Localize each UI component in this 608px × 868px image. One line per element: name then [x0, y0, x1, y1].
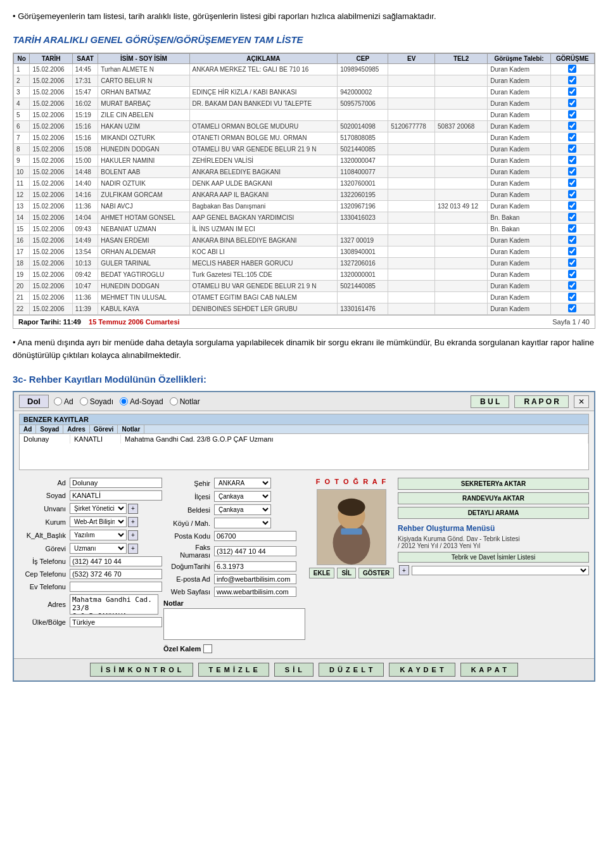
- row-checkbox-10[interactable]: [568, 179, 576, 187]
- cell-8-row-14: Bn. Bakan: [488, 223, 550, 234]
- label-is-tel: İş Telefonu: [19, 558, 70, 565]
- label-ev-tel: Ev Telefonu: [19, 583, 70, 590]
- detayli-arama-button[interactable]: DETAYLI ARAMA: [398, 507, 589, 519]
- sil-foto-button[interactable]: SİL: [337, 568, 356, 578]
- notlar-textarea[interactable]: [163, 608, 305, 640]
- bottom-btn-düzelt[interactable]: D Ü Z E L T: [319, 663, 384, 677]
- input-eposta[interactable]: [214, 574, 296, 584]
- row-checkbox-12[interactable]: [568, 201, 576, 210]
- sekretarya-aktar-button[interactable]: SEKRETERYa AKTAR: [398, 478, 589, 490]
- row-checkbox-3[interactable]: [568, 99, 576, 107]
- plus-unvani[interactable]: +: [128, 504, 138, 514]
- row-checkbox-20[interactable]: [568, 293, 576, 301]
- row-checkbox-13[interactable]: [568, 213, 576, 221]
- bottom-btn-temi̇zle[interactable]: T E M İ Z L E: [198, 663, 269, 677]
- cell-1-row-6: 15.02.2006: [30, 132, 72, 143]
- input-cep-tel[interactable]: [70, 569, 162, 579]
- plus-kalt[interactable]: +: [128, 530, 138, 540]
- row-checkbox-18[interactable]: [568, 270, 576, 278]
- tebrik-listesi-button[interactable]: Tebrik ve Davet İsimler Listesi: [398, 552, 589, 563]
- input-posta[interactable]: [214, 531, 296, 541]
- row-checkbox-21[interactable]: [568, 304, 576, 312]
- field-row-koy: Köyü / Mah.: [163, 518, 305, 528]
- table-header-row: NoTARİHSAATİSİM - SOY İSİMAÇIKLAMACEPEVT…: [14, 53, 595, 63]
- ozel-kalem-checkbox[interactable]: [203, 644, 212, 653]
- row-checkbox-9[interactable]: [568, 167, 576, 176]
- row-checkbox-5[interactable]: [568, 122, 576, 130]
- row-checkbox-1[interactable]: [568, 76, 576, 84]
- cell-7-row-13: [435, 212, 488, 223]
- cell-1-row-12: 15.02.2006: [30, 200, 72, 212]
- tebrik-select[interactable]: [412, 566, 589, 575]
- randevuya-aktar-button[interactable]: RANDEVUYa AKTAR: [398, 492, 589, 504]
- bottom-btn-kaydet[interactable]: K A Y D E T: [389, 663, 455, 677]
- select-gorevi[interactable]: Uzmanı: [70, 543, 127, 554]
- dol-button[interactable]: Dol: [19, 395, 49, 408]
- input-dogum[interactable]: [214, 561, 296, 571]
- select-ilce[interactable]: Çankaya: [214, 491, 271, 502]
- cell-0-row-2: 3: [14, 86, 30, 98]
- ekle-foto-button[interactable]: EKLE: [309, 568, 335, 578]
- close-button[interactable]: ✕: [574, 395, 589, 408]
- input-ad[interactable]: [70, 478, 162, 488]
- cell-2-row-21: 11:39: [72, 303, 98, 314]
- select-koy[interactable]: [214, 518, 271, 528]
- input-is-tel[interactable]: [70, 556, 162, 566]
- cell-3-row-15: HASAN ERDEMI: [98, 234, 189, 246]
- cell-3-row-3: MURAT BARBAÇ: [98, 98, 189, 109]
- row-checkbox-6[interactable]: [568, 133, 576, 141]
- rapor-button[interactable]: R A P O R: [514, 395, 569, 408]
- select-belde[interactable]: Çankaya: [214, 504, 271, 515]
- radio-notlar[interactable]: [170, 397, 178, 405]
- label-adres: Adres: [19, 601, 70, 608]
- select-kurum[interactable]: Web-Art Bilişim: [70, 516, 127, 527]
- goster-foto-button[interactable]: GÖSTER: [358, 568, 394, 578]
- bottom-btn-si̇l[interactable]: S İ L: [274, 663, 314, 677]
- bottom-btn-i̇si̇mkontrol[interactable]: İ S İ M K O N T R O L: [90, 663, 193, 677]
- ozel-kalem-label: Özel Kalem: [163, 645, 201, 653]
- radio-adsoyad-item: Ad-Soyad: [120, 397, 163, 406]
- cell-8-row-2: Duran Kadem: [488, 86, 550, 98]
- select-unvani[interactable]: Şirket Yöneticisi: [70, 503, 127, 514]
- table-row: 615.02.200615:16HAKAN UZIMOTAMELI ORMAN …: [14, 120, 595, 132]
- row-checkbox-2[interactable]: [568, 87, 576, 96]
- row-checkbox-0[interactable]: [568, 65, 576, 73]
- input-adres[interactable]: Mahatma Gandhi Cad. 23/8 G.O.P ÇANKAYA: [70, 594, 158, 615]
- cell-5-row-14: [338, 223, 388, 234]
- input-ulke[interactable]: [70, 617, 162, 627]
- select-sehir[interactable]: ANKARA: [214, 478, 271, 488]
- row-checkbox-11[interactable]: [568, 190, 576, 198]
- input-soyad[interactable]: [70, 490, 162, 501]
- cell-2-row-10: 14:40: [72, 177, 98, 189]
- row-checkbox-14[interactable]: [568, 224, 576, 233]
- radio-ad[interactable]: [54, 397, 62, 405]
- plus-tebrik[interactable]: +: [399, 565, 409, 575]
- row-checkbox-4[interactable]: [568, 110, 576, 118]
- plus-gorevi[interactable]: +: [128, 544, 138, 554]
- section3c-title: 3c- Rehber Kayıtları Modülünün Özellikle…: [13, 374, 595, 385]
- cell-6-row-19: [388, 280, 435, 291]
- row-checkbox-16[interactable]: [568, 247, 576, 255]
- table-header-açiklama: AÇIKLAMA: [189, 53, 338, 63]
- select-kalt[interactable]: Yazılım: [70, 530, 127, 540]
- label-soyad: Soyad: [19, 492, 70, 499]
- cell-8-row-0: Duran Kadem: [488, 63, 550, 75]
- row-checkbox-8[interactable]: [568, 156, 576, 164]
- input-ev-tel[interactable]: [70, 582, 162, 592]
- cell-4-row-16: KOC ABI LI: [189, 246, 338, 257]
- benzer-data-row[interactable]: Dolunay KANATLI Mahatma Gandhi Cad. 23/8…: [20, 434, 588, 444]
- row-checkbox-7[interactable]: [568, 144, 576, 153]
- bul-button[interactable]: B U L: [471, 395, 509, 408]
- cell-4-row-21: DENIBOINES SEHDET LER GRUBU: [189, 303, 338, 314]
- form-main-area: Ad Soyad Unvanı Şirket Yöneticisi + Kuru…: [14, 473, 594, 658]
- row-checkbox-19[interactable]: [568, 281, 576, 290]
- radio-soyad[interactable]: [80, 397, 88, 405]
- radio-adsoyad[interactable]: [120, 397, 128, 405]
- input-web[interactable]: [214, 587, 296, 597]
- plus-kurum[interactable]: +: [128, 517, 138, 527]
- field-row-cep-tel: Cep Telefonu: [19, 569, 158, 579]
- bottom-btn-kapat[interactable]: K A P A T: [460, 663, 518, 677]
- row-checkbox-17[interactable]: [568, 258, 576, 267]
- row-checkbox-15[interactable]: [568, 236, 576, 244]
- input-faks[interactable]: [214, 546, 296, 556]
